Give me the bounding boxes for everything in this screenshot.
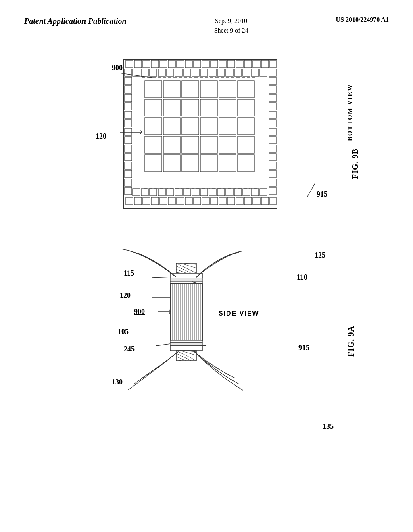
svg-rect-36 xyxy=(125,77,132,85)
ref-135-9a: 135 xyxy=(323,422,334,431)
svg-rect-53 xyxy=(269,94,276,102)
svg-rect-79 xyxy=(251,189,259,196)
svg-rect-115 xyxy=(200,118,217,135)
svg-rect-80 xyxy=(260,189,267,196)
svg-rect-111 xyxy=(238,99,254,116)
svg-rect-42 xyxy=(125,128,132,135)
svg-rect-88 xyxy=(185,197,192,205)
svg-rect-162 xyxy=(170,340,202,343)
svg-rect-32 xyxy=(243,69,250,76)
svg-rect-67 xyxy=(150,189,157,196)
svg-rect-27 xyxy=(200,69,208,76)
svg-rect-41 xyxy=(125,120,132,127)
ref-105-9a: 105 xyxy=(118,328,129,336)
svg-rect-7 xyxy=(177,60,184,68)
svg-rect-30 xyxy=(226,69,233,76)
svg-rect-50 xyxy=(269,69,276,76)
svg-rect-121 xyxy=(200,136,217,153)
svg-rect-86 xyxy=(168,197,175,205)
svg-rect-122 xyxy=(219,136,236,153)
svg-rect-70 xyxy=(175,189,182,196)
svg-rect-9 xyxy=(194,60,201,68)
svg-rect-46 xyxy=(125,162,132,169)
svg-rect-72 xyxy=(192,189,199,196)
svg-rect-116 xyxy=(219,118,236,135)
svg-rect-39 xyxy=(125,103,132,110)
svg-rect-10 xyxy=(202,60,209,68)
svg-rect-4 xyxy=(151,60,159,68)
svg-rect-143 xyxy=(170,278,202,281)
svg-rect-21 xyxy=(150,69,157,76)
page-header: Patent Application Publication Sep. 9, 2… xyxy=(24,16,389,39)
svg-rect-129 xyxy=(238,155,254,172)
svg-rect-44 xyxy=(125,145,132,152)
svg-line-134 xyxy=(307,183,315,197)
svg-rect-31 xyxy=(234,69,242,76)
svg-rect-78 xyxy=(243,189,250,196)
svg-rect-8 xyxy=(185,60,192,68)
svg-rect-120 xyxy=(182,136,199,153)
svg-rect-37 xyxy=(125,86,132,93)
svg-rect-109 xyxy=(200,99,217,116)
arrow-915-9b xyxy=(303,179,344,203)
svg-rect-14 xyxy=(236,60,243,68)
svg-rect-77 xyxy=(234,189,242,196)
svg-line-167 xyxy=(180,351,196,355)
svg-rect-15 xyxy=(244,60,252,68)
svg-rect-87 xyxy=(177,197,184,205)
svg-rect-127 xyxy=(200,155,217,172)
figure-9b: 900 120 xyxy=(49,52,364,221)
svg-rect-63 xyxy=(269,179,276,186)
svg-rect-126 xyxy=(182,155,199,172)
svg-rect-94 xyxy=(236,197,243,205)
svg-rect-61 xyxy=(269,162,276,169)
svg-rect-11 xyxy=(211,60,218,68)
svg-rect-20 xyxy=(141,69,148,76)
svg-rect-74 xyxy=(209,189,216,196)
ref-130-9a: 130 xyxy=(112,378,123,387)
svg-rect-117 xyxy=(238,118,254,135)
svg-rect-102 xyxy=(182,81,199,98)
svg-rect-65 xyxy=(133,189,140,196)
svg-rect-112 xyxy=(145,118,162,135)
svg-rect-163 xyxy=(170,343,202,346)
svg-rect-51 xyxy=(269,77,276,85)
svg-rect-69 xyxy=(167,189,174,196)
svg-rect-101 xyxy=(163,81,180,98)
svg-rect-75 xyxy=(217,189,225,196)
publication-title: Patent Application Publication xyxy=(24,16,127,26)
svg-line-136 xyxy=(176,263,196,273)
svg-rect-16 xyxy=(253,60,260,68)
svg-rect-164 xyxy=(170,346,202,351)
svg-rect-58 xyxy=(269,137,276,144)
ref-120-9b: 120 xyxy=(96,132,106,141)
header-center: Sep. 9, 2010 Sheet 9 of 24 xyxy=(214,16,248,35)
svg-rect-3 xyxy=(143,60,150,68)
svg-rect-96 xyxy=(253,197,260,205)
ref-900-9a: 900 xyxy=(134,308,145,316)
ref-120-9a: 120 xyxy=(120,291,131,300)
svg-rect-81 xyxy=(126,197,133,205)
svg-line-176 xyxy=(152,277,170,278)
svg-rect-23 xyxy=(167,69,174,76)
svg-rect-123 xyxy=(238,136,254,153)
date: Sep. 9, 2010 xyxy=(214,16,248,26)
svg-rect-113 xyxy=(163,118,180,135)
svg-rect-66 xyxy=(141,189,148,196)
svg-rect-119 xyxy=(163,136,180,153)
svg-rect-82 xyxy=(134,197,142,205)
svg-rect-24 xyxy=(175,69,182,76)
svg-rect-92 xyxy=(219,197,226,205)
svg-rect-13 xyxy=(227,60,235,68)
ref-125-9a: 125 xyxy=(315,251,325,260)
svg-rect-125 xyxy=(163,155,180,172)
svg-rect-18 xyxy=(270,60,276,68)
svg-rect-1 xyxy=(126,60,133,68)
svg-rect-103 xyxy=(200,81,217,98)
svg-rect-91 xyxy=(211,197,218,205)
svg-rect-76 xyxy=(226,189,233,196)
svg-rect-6 xyxy=(168,60,175,68)
svg-rect-5 xyxy=(160,60,167,68)
svg-rect-93 xyxy=(227,197,235,205)
bottom-view-label: BOTTOM VIEW xyxy=(346,84,354,141)
